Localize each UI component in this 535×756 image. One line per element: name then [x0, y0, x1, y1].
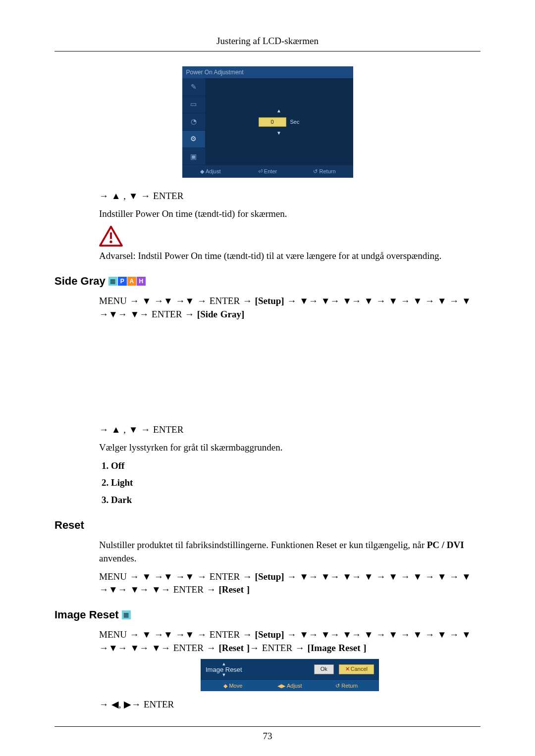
side-gray-options: Off Light Dark	[99, 459, 481, 507]
osd1-icon-2: ▭	[182, 96, 205, 113]
osd1-footer: ◆ Adjust ⏎ Enter ↺ Return	[182, 165, 353, 177]
osd1-icon-1: ✎	[182, 78, 205, 96]
osd1-arrow-down-icon: ▼	[276, 130, 281, 137]
side-gray-mode-icons: ▦ P A H	[108, 277, 146, 286]
osd-image-reset: ▲ Image Reset ▼ Ok ✕Cancel ◆ Move ◀▶ Adj…	[201, 659, 379, 691]
page-header-title: Justering af LCD-skærmen	[54, 35, 481, 48]
side-gray-heading-text: Side Gray	[54, 274, 106, 289]
reset-desc: Nulstiller produktet til fabriksindstill…	[99, 539, 481, 565]
image-reset-heading: Image Reset ▦	[54, 607, 481, 623]
osd1-icon-5: ▣	[182, 148, 205, 165]
svg-point-2	[109, 241, 112, 243]
side-gray-heading: Side Gray ▦ P A H	[54, 274, 481, 289]
osd2-title-text: Image Reset	[206, 666, 242, 673]
svg-rect-1	[110, 232, 112, 239]
reset-heading: Reset	[54, 518, 481, 533]
image-reset-menu-seq: MENU → ▼ →▼ →▼ → ENTER → [Setup] → ▼→ ▼→…	[99, 628, 481, 655]
bottom-rule	[54, 726, 481, 727]
osd1-footer-enter: ⏎ Enter	[239, 168, 296, 175]
osd2-arrow-down-icon: ▼	[221, 673, 226, 677]
osd1-sidebar: ✎ ▭ ◔ ⚙ ▣	[182, 78, 205, 165]
side-gray-menu-seq: MENU → ▼ →▼ →▼ → ENTER → [Setup] → ▼→ ▼→…	[99, 295, 481, 321]
osd1-value-box: 0	[259, 117, 286, 127]
side-gray-seq2: → ▲ , ▼ → ENTER	[99, 423, 481, 437]
osd2-footer-adjust: ◀▶ Adjust	[262, 682, 319, 690]
image-reset-seq2: → ◀, ▶→ ENTER	[99, 698, 481, 711]
side-gray-desc: Vælger lysstyrken for gråt til skærmbagg…	[99, 441, 481, 454]
reset-heading-text: Reset	[54, 518, 84, 533]
power-on-warning-text: Advarsel: Indstil Power On time (tændt-t…	[99, 250, 481, 263]
osd2-ok-button: Ok	[314, 664, 334, 674]
osd2-footer-return: ↺ Return	[318, 682, 375, 690]
osd1-main: ▲ 0 Sec ▼	[205, 78, 353, 165]
side-gray-option-dark: Dark	[111, 494, 481, 507]
mode-icon-pc: ▦	[108, 277, 117, 286]
page-number: 73	[54, 730, 481, 743]
osd2-cancel-button: ✕Cancel	[339, 664, 374, 674]
osd1-icon-3: ◔	[182, 113, 205, 131]
power-on-desc: Indstiller Power On time (tændt-tid) for…	[99, 207, 481, 221]
osd2-title: ▲ Image Reset ▼	[206, 662, 242, 677]
image-reset-heading-text: Image Reset	[54, 607, 119, 623]
image-reset-mode-icons: ▦	[122, 610, 131, 619]
power-on-sequence: → ▲ , ▼ → ENTER	[99, 190, 481, 203]
osd1-footer-adjust: ◆ Adjust	[182, 168, 239, 175]
mode-icon-a: A	[127, 277, 136, 286]
osd1-arrow-up-icon: ▲	[276, 107, 281, 114]
osd-power-on-adjustment: Power On Adjustment ✎ ▭ ◔ ⚙ ▣ ▲ 0 Sec ▼ …	[182, 66, 353, 178]
osd1-footer-return: ↺ Return	[296, 168, 353, 175]
osd1-unit: Sec	[290, 118, 300, 126]
warning-icon	[99, 226, 123, 247]
cancel-x-icon: ✕	[345, 666, 350, 672]
osd1-icon-4-gear: ⚙	[182, 131, 205, 148]
osd2-footer: ◆ Move ◀▶ Adjust ↺ Return	[201, 680, 379, 691]
mode-icon-p: P	[118, 277, 127, 286]
side-gray-option-off: Off	[111, 459, 481, 473]
top-rule	[54, 51, 481, 51]
osd1-title: Power On Adjustment	[186, 68, 244, 77]
mode-icon-h: H	[137, 277, 146, 286]
mode-icon-pc-2: ▦	[122, 610, 131, 619]
osd2-footer-move: ◆ Move	[205, 682, 262, 690]
reset-menu-seq: MENU → ▼ →▼ →▼ → ENTER → [Setup] → ▼→ ▼→…	[99, 570, 481, 597]
side-gray-option-light: Light	[111, 476, 481, 490]
osd2-cancel-text: Cancel	[351, 666, 368, 672]
osd1-titlebar: Power On Adjustment	[182, 66, 353, 79]
